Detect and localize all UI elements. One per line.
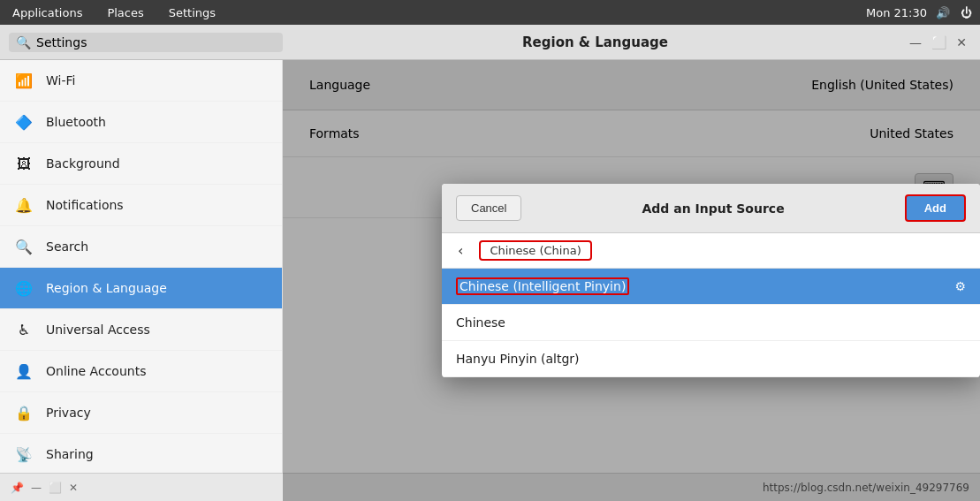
sidebar-label-universal-access: Universal Access (46, 323, 150, 337)
sharing-icon: 📡 (14, 444, 34, 464)
intelligent-pinyin-label: Chinese (Intelligent Pinyin) (456, 279, 629, 293)
bottom-minimize-icon[interactable]: — (31, 482, 42, 494)
search-sidebar-icon: 🔍 (14, 237, 34, 256)
sidebar-label-notifications: Notifications (46, 198, 124, 212)
right-panel: Language English (United States) Formats… (283, 60, 980, 501)
list-item-hanyu-pinyin[interactable]: Hanyu Pinyin (altgr) (442, 341, 980, 377)
dialog-nav-row: ‹ Chinese (China) (442, 233, 980, 269)
menubar-right: Mon 21:30 🔊 ⏻ (866, 5, 973, 19)
volume-icon: 🔊 (936, 5, 950, 19)
add-button[interactable]: Add (905, 194, 966, 222)
sidebar-item-notifications[interactable]: 🔔 Notifications (0, 185, 282, 226)
main-content: 📶 Wi-Fi 🔷 Bluetooth 🖼 Background 🔔 Notif… (0, 60, 980, 501)
sidebar-item-online-accounts[interactable]: 👤 Online Accounts (0, 351, 282, 392)
list-item-chinese[interactable]: Chinese (442, 305, 980, 341)
search-icon: 🔍 (16, 35, 31, 49)
notifications-icon: 🔔 (14, 195, 34, 215)
pin-icon[interactable]: 📌 (11, 482, 24, 494)
sidebar-item-region[interactable]: 🌐 Region & Language (0, 268, 282, 309)
list-item-intelligent-pinyin[interactable]: Chinese (Intelligent Pinyin) ⚙ (442, 269, 980, 305)
dialog-title: Add an Input Source (642, 201, 785, 216)
dialog-body: ‹ Chinese (China) Chinese (Intelligent P… (442, 233, 980, 377)
app-window: 🔍 Settings Region & Language — ⬜ ✕ 📶 Wi-… (0, 25, 980, 501)
power-icon: ⏻ (959, 5, 973, 19)
intelligent-pinyin-bordered-label: Chinese (Intelligent Pinyin) (456, 277, 629, 295)
sidebar-item-search[interactable]: 🔍 Search (0, 226, 282, 268)
menubar-time: Mon 21:30 (866, 6, 927, 19)
sidebar-label-privacy: Privacy (46, 406, 91, 420)
breadcrumb-badge: Chinese (China) (479, 240, 591, 261)
bottom-close-icon[interactable]: ✕ (69, 482, 78, 494)
sidebar-item-universal-access[interactable]: ♿ Universal Access (0, 309, 282, 351)
menubar-item-settings[interactable]: Settings (163, 4, 221, 21)
dialog-titlebar: Cancel Add an Input Source Add (442, 184, 980, 233)
sidebar-label-sharing: Sharing (46, 447, 94, 461)
sidebar-label-bluetooth: Bluetooth (46, 115, 106, 129)
cancel-button[interactable]: Cancel (456, 195, 521, 221)
sidebar-label-region: Region & Language (46, 281, 167, 295)
background-icon: 🖼 (14, 154, 34, 173)
sidebar-item-wifi[interactable]: 📶 Wi-Fi (0, 60, 282, 102)
settings-title: Settings (36, 35, 87, 49)
online-accounts-icon: 👤 (14, 361, 34, 381)
universal-access-icon: ♿ (14, 320, 34, 339)
bottom-maximize-icon[interactable]: ⬜ (49, 482, 62, 494)
menubar-item-places[interactable]: Places (102, 4, 148, 21)
window-controls: — ⬜ ✕ (908, 34, 980, 50)
sidebar-item-bluetooth[interactable]: 🔷 Bluetooth (0, 102, 282, 143)
sidebar-item-background[interactable]: 🖼 Background (0, 143, 282, 185)
sidebar-item-privacy[interactable]: 🔒 Privacy (0, 392, 282, 434)
menubar-item-applications[interactable]: Applications (7, 4, 87, 21)
bluetooth-icon: 🔷 (14, 112, 34, 132)
sidebar-label-background: Background (46, 156, 120, 171)
privacy-icon: 🔒 (14, 403, 34, 422)
menubar: Applications Places Settings Mon 21:30 🔊… (0, 0, 980, 25)
hanyu-pinyin-label: Hanyu Pinyin (altgr) (456, 352, 580, 366)
minimize-button[interactable]: — (908, 34, 923, 50)
dialog-overlay: Cancel Add an Input Source Add ‹ Chinese… (283, 60, 980, 501)
add-input-source-dialog: Cancel Add an Input Source Add ‹ Chinese… (442, 184, 980, 377)
maximize-button[interactable]: ⬜ (931, 34, 946, 50)
titlebar-search-box[interactable]: 🔍 Settings (9, 33, 283, 52)
sidebar-item-sharing[interactable]: 📡 Sharing (0, 434, 282, 475)
sidebar-label-search: Search (46, 239, 88, 254)
sidebar: 📶 Wi-Fi 🔷 Bluetooth 🖼 Background 🔔 Notif… (0, 60, 283, 501)
titlebar-left: 🔍 Settings (0, 33, 283, 52)
close-button[interactable]: ✕ (953, 34, 969, 50)
wifi-icon: 📶 (14, 71, 34, 90)
sidebar-label-wifi: Wi-Fi (46, 73, 75, 87)
back-button[interactable]: ‹ (452, 240, 468, 261)
chinese-label: Chinese (456, 315, 505, 330)
gear-icon: ⚙ (954, 279, 966, 293)
window-title: Region & Language (283, 34, 908, 50)
sidebar-label-online-accounts: Online Accounts (46, 364, 146, 378)
titlebar: 🔍 Settings Region & Language — ⬜ ✕ (0, 25, 980, 60)
bottom-controls: 📌 — ⬜ ✕ (11, 482, 78, 494)
region-icon: 🌐 (14, 278, 34, 298)
menubar-left: Applications Places Settings (7, 4, 221, 21)
